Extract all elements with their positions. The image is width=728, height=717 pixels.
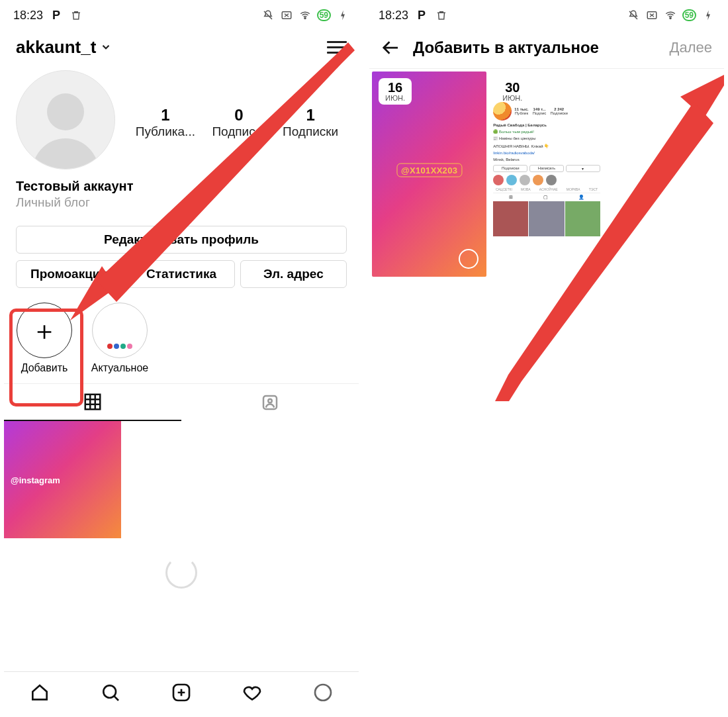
svg-point-7 (315, 685, 331, 700)
highlight-existing[interactable]: Актуальное (91, 303, 148, 374)
profile-avatar[interactable] (16, 70, 115, 169)
email-button[interactable]: Эл. адрес (240, 260, 347, 288)
stat-following[interactable]: 1 Подписки (283, 106, 338, 139)
close-box-icon (645, 9, 659, 22)
battery-indicator: 59 (682, 9, 696, 21)
profile-top: 1 Публика... 0 Подпис... 1 Подписки (4, 68, 359, 169)
status-time: 18:23 (13, 9, 43, 23)
stat-posts[interactable]: 1 Публика... (136, 106, 195, 139)
category: Личный блог (16, 195, 347, 210)
svg-rect-2 (85, 395, 101, 410)
charging-icon (336, 9, 349, 22)
selection-ring (459, 249, 478, 269)
stat-followers[interactable]: 0 Подпис... (212, 106, 265, 139)
date-badge: 16 ИЮН. (379, 78, 412, 105)
highlight-cover (99, 309, 141, 352)
posts-grid: @instagram (4, 421, 359, 538)
battery-indicator: 59 (317, 9, 331, 21)
chevron-down-icon (100, 41, 112, 53)
menu-button[interactable] (327, 38, 347, 57)
parking-icon: P (415, 9, 428, 22)
nav-home[interactable] (29, 682, 50, 703)
nav-add[interactable] (171, 682, 192, 703)
screen-profile: 18:23 P 59 akkaunt_t (4, 4, 359, 712)
back-button[interactable] (381, 38, 401, 58)
status-bar: 18:23 P 59 (369, 4, 724, 26)
trash-icon (69, 9, 83, 22)
profile-tabs (4, 383, 359, 421)
screen-add-highlight: 18:23 P 59 Добавить в актуальное Далее 1… (369, 4, 724, 712)
username: akkaunt_t (16, 37, 96, 58)
post-thumbnail[interactable]: @instagram (4, 421, 121, 538)
arrow-left-icon (381, 38, 401, 58)
close-box-icon (280, 9, 293, 22)
svg-point-11 (670, 17, 671, 19)
bio-block: Тестовый аккаунт Личный блог (4, 169, 359, 216)
promos-button[interactable]: Промоакции (16, 260, 122, 288)
tagged-icon (260, 393, 280, 412)
edit-profile-button[interactable]: Редактировать профиль (16, 226, 347, 254)
username-switcher[interactable]: akkaunt_t (16, 37, 112, 58)
svg-point-4 (268, 399, 272, 403)
next-button[interactable]: Далее (670, 39, 712, 56)
svg-point-5 (103, 685, 116, 698)
page-title: Добавить в актуальное (413, 38, 658, 57)
nav-profile[interactable] (312, 682, 334, 703)
status-time: 18:23 (379, 9, 408, 23)
story-thumb-1[interactable]: 16 ИЮН. @X101XX203 (372, 72, 486, 277)
status-bar: 18:23 P 59 (4, 4, 359, 26)
mute-icon (261, 9, 275, 22)
story-grid: 16 ИЮН. @X101XX203 30 ИЮН. 11 тыс.Публик… (369, 69, 724, 279)
stats-button[interactable]: Статистика (128, 260, 234, 288)
tab-grid[interactable] (4, 384, 181, 421)
mini-profile-preview: 11 тыс.Публик 149 т...Подпис 2 242Подпис… (489, 98, 604, 277)
parking-icon: P (50, 9, 63, 22)
tab-tagged[interactable] (181, 384, 359, 421)
loading-spinner (4, 538, 359, 615)
charging-icon (702, 9, 715, 22)
mute-icon (627, 9, 640, 22)
add-highlight-header: Добавить в актуальное Далее (369, 26, 724, 69)
plus-icon: ＋ (31, 317, 58, 344)
highlights-row: ＋ Добавить Актуальное (4, 288, 359, 383)
wifi-icon (298, 9, 312, 22)
profile-header: akkaunt_t (4, 26, 359, 68)
nav-activity[interactable] (242, 682, 263, 703)
post-tag: @instagram (11, 475, 60, 485)
story-thumb-2[interactable]: 30 ИЮН. 11 тыс.Публик 149 т...Подпис 2 2… (489, 72, 604, 277)
story-mention: @X101XX203 (396, 163, 462, 177)
display-name: Тестовый аккаунт (16, 179, 347, 194)
highlight-add[interactable]: ＋ Добавить (16, 303, 73, 374)
grid-icon (83, 392, 103, 412)
nav-search[interactable] (100, 682, 121, 703)
trash-icon (435, 9, 448, 22)
wifi-icon (664, 9, 677, 22)
bottom-nav (4, 671, 359, 712)
svg-point-1 (304, 17, 306, 19)
